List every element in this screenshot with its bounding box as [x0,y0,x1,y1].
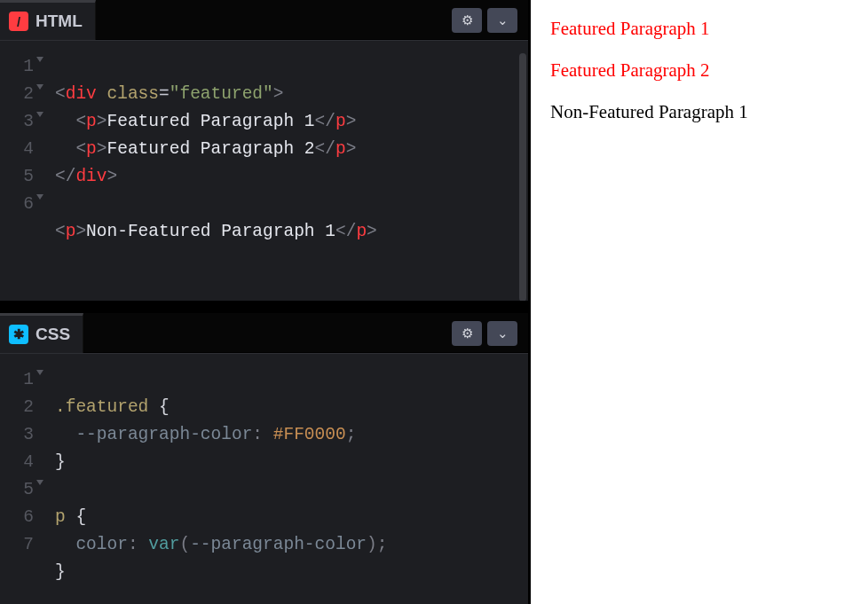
html-settings-button[interactable]: ⚙ [452,8,482,33]
css-panel: ✱ CSS ⚙ ⌄ 1 2 3 4 5 6 7 [0,301,528,604]
html-editor[interactable]: 1 2 3 4 5 6 <div class="featured"> <p>Fe… [0,41,528,301]
css-panel-header: ✱ CSS ⚙ ⌄ [0,313,528,354]
preview-featured-p2: Featured Paragraph 2 [550,59,848,82]
editor-column: / HTML ⚙ ⌄ 1 2 3 4 5 6 <div c [0,0,531,604]
html-code[interactable]: <div class="featured"> <p>Featured Parag… [39,53,528,301]
preview-featured-group: Featured Paragraph 1 Featured Paragraph … [550,18,848,82]
html-icon: / [9,12,28,31]
css-panel-actions: ⚙ ⌄ [452,321,517,346]
css-editor[interactable]: 1 2 3 4 5 6 7 .featured { --paragraph-co… [0,354,528,604]
css-tab[interactable]: ✱ CSS [0,313,83,353]
html-scrollbar[interactable] [519,53,526,301]
html-panel-header: / HTML ⚙ ⌄ [0,0,528,41]
chevron-down-icon: ⌄ [497,12,509,28]
preview-pane: Featured Paragraph 1 Featured Paragraph … [531,0,868,604]
html-panel: / HTML ⚙ ⌄ 1 2 3 4 5 6 <div c [0,0,528,301]
gear-icon: ⚙ [462,326,473,341]
gear-icon: ⚙ [462,12,473,28]
html-gutter: 1 2 3 4 5 6 [0,53,39,301]
chevron-down-icon: ⌄ [497,326,509,341]
css-tab-label: CSS [36,325,70,344]
css-collapse-button[interactable]: ⌄ [487,321,517,346]
html-tab[interactable]: / HTML [0,0,96,40]
preview-featured-p1: Featured Paragraph 1 [550,18,848,40]
html-collapse-button[interactable]: ⌄ [487,8,517,33]
preview-nonfeatured-p1: Non-Featured Paragraph 1 [550,101,848,123]
css-code[interactable]: .featured { --paragraph-color: #FF0000;}… [39,366,528,604]
css-icon: ✱ [9,325,28,344]
css-gutter: 1 2 3 4 5 6 7 [0,366,39,604]
html-panel-actions: ⚙ ⌄ [452,8,517,33]
css-settings-button[interactable]: ⚙ [452,321,482,346]
html-tab-label: HTML [36,12,83,31]
